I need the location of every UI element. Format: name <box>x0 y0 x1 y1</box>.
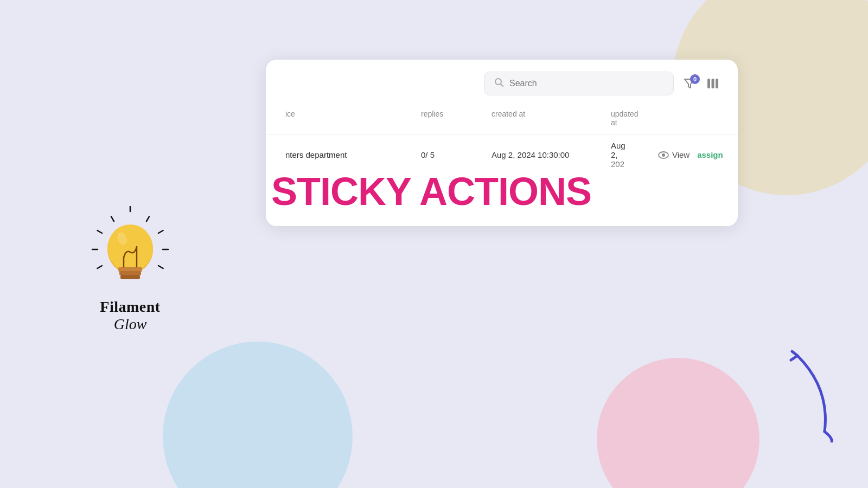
svg-rect-12 <box>119 271 141 275</box>
svg-point-10 <box>107 224 153 272</box>
th-created-at: created at <box>487 107 607 129</box>
logo-tagline: Glow <box>100 316 160 333</box>
svg-line-4 <box>97 230 102 233</box>
search-input[interactable] <box>509 79 663 88</box>
columns-icon <box>706 78 719 89</box>
arrow-annotation <box>760 345 846 445</box>
svg-line-3 <box>111 216 114 221</box>
toolbar: 0 <box>266 60 738 105</box>
bg-shape-bottom-left <box>163 342 353 488</box>
table-header: ice replies created at updated at <box>266 105 738 135</box>
filter-badge: 0 <box>690 74 700 84</box>
logo-text: Filament Glow <box>100 298 160 333</box>
toolbar-icons: 0 <box>680 74 723 93</box>
th-updated-at: updated at <box>607 107 643 129</box>
logo-area: Filament Glow <box>87 206 174 333</box>
table: ice replies created at updated at nters … <box>266 105 738 215</box>
th-replies: replies <box>417 107 487 129</box>
logo-brand: Filament <box>100 298 160 316</box>
svg-rect-22 <box>716 79 718 88</box>
logo-bulb <box>87 206 174 293</box>
main-panel: 0 ice replies created at updated at nter… <box>266 60 738 226</box>
bg-shape-bottom-right <box>597 358 760 488</box>
svg-rect-20 <box>707 79 710 88</box>
columns-button[interactable] <box>703 74 723 93</box>
svg-line-7 <box>158 266 163 268</box>
svg-line-2 <box>158 230 163 233</box>
search-box[interactable] <box>484 72 674 95</box>
svg-line-18 <box>501 84 503 87</box>
sticky-actions-banner: STICKY ACTIONS <box>266 155 738 226</box>
svg-rect-13 <box>120 275 140 279</box>
sticky-actions-text: STICKY ACTIONS <box>266 172 591 211</box>
search-icon <box>494 78 504 89</box>
th-actions <box>643 107 738 129</box>
th-service: ice <box>281 107 417 129</box>
filter-button[interactable]: 0 <box>680 74 699 93</box>
svg-line-8 <box>97 266 102 268</box>
svg-rect-21 <box>712 79 714 88</box>
svg-line-1 <box>146 216 149 221</box>
